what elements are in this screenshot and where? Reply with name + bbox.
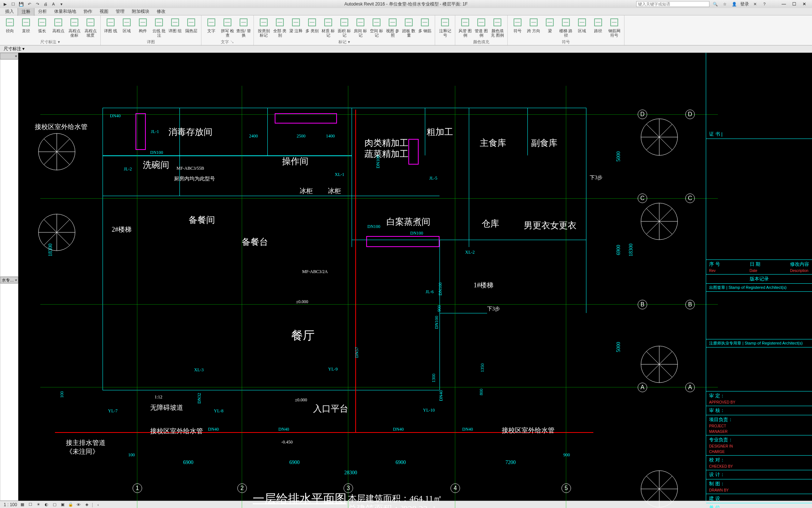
properties-panel[interactable] [0,59,18,277]
ribbon-button-label: 拼写 检查 [220,29,235,37]
component-button[interactable]: 构件 [135,16,151,39]
ribbon-group: 注释记号 [435,15,455,45]
room-label: 主食库 [480,137,506,149]
search-icon[interactable]: 🔍 [712,1,719,7]
app-menu-icon[interactable]: ▶ [1,1,9,7]
area-tag-button[interactable]: 面积 标记 [337,16,352,39]
grid-bubble-c: C [685,194,695,203]
duct-legend-button[interactable]: 风管 图例 [457,16,473,39]
color-fill-button[interactable]: 颜色填充 图例 [490,16,505,39]
open-icon[interactable]: ☐ [10,1,17,7]
stair-path-button[interactable]: 楼梯 路径 [558,16,574,39]
close-button[interactable]: ✕ [800,1,808,7]
ribbon-button-label: 多 钢筋 [418,29,431,33]
user-icon[interactable]: 👤 [731,1,738,7]
symbol-button[interactable]: 符号 [510,16,525,39]
material-tag-button[interactable]: 材质 标记 [320,16,336,39]
dimension: 2500 [297,133,305,139]
crop-icon[interactable]: ▢ [52,502,58,508]
tag-all-icon [274,17,285,28]
beam-sys-button[interactable]: 梁 [542,16,557,39]
minimize-button[interactable]: — [780,1,788,7]
tab-modify[interactable]: 修改 [153,8,169,15]
tab-massing[interactable]: 体量和场地 [51,8,80,15]
ribbon-button-label: 弧长 [38,29,46,33]
tab-addins[interactable]: 附加模块 [128,8,153,15]
detail-level-icon[interactable]: ▦ [19,502,25,508]
lock-icon[interactable]: 🔒 [68,502,74,508]
region-button[interactable]: 区域 [119,16,134,39]
tag: MF-ABC3/2A [302,269,328,275]
area-tag-icon [339,17,350,28]
qat-more-icon[interactable]: ▾ [58,1,65,7]
area-rein-button[interactable]: 区域 [574,16,590,39]
maximize-button[interactable]: ☐ [790,1,798,7]
browser-panel-header[interactable]: 水专… × [0,277,18,283]
tab-annotate[interactable]: 注释 [18,8,34,16]
tab-view[interactable]: 视图 [96,8,112,15]
linear-button[interactable]: 直径 [18,16,34,39]
spot-coord-button[interactable]: 高程点 坐标 [67,16,82,39]
spell-button[interactable]: 拼写 检查 [220,16,235,39]
shadows-icon[interactable]: ◐ [44,502,49,508]
multi-rebar-button[interactable]: 多 钢筋 [417,16,433,39]
close-icon[interactable]: × [15,278,17,282]
multi-tag-button[interactable]: 多 类别 [304,16,320,39]
ribbon-group: 文字拼写 检查查找/ 替换文字 ↘ [201,15,254,45]
tab-manage[interactable]: 管理 [112,8,128,15]
visual-style-icon[interactable]: ☐ [27,502,33,508]
login-link[interactable]: 登录 [740,1,749,7]
detail-group-button[interactable]: 详图 组 [167,16,183,39]
star-icon[interactable]: ☆ [721,1,728,7]
space-tag-button[interactable]: 空间 标记 [369,16,384,39]
tab-collaborate[interactable]: 协作 [80,8,96,15]
measure-icon[interactable]: A [50,1,57,7]
room-tag-button[interactable]: 房间 标记 [353,16,368,39]
tab-analyze[interactable]: 分析 [34,8,51,15]
tab-insert[interactable]: 插入 [1,8,18,15]
redo-icon[interactable]: ↷ [34,1,41,7]
properties-panel-header[interactable]: × [0,53,18,59]
project-browser[interactable] [0,283,18,501]
tag-category-button[interactable]: 按类别 标记 [256,16,271,39]
angular-button[interactable]: 弧长 [34,16,50,39]
save-icon[interactable]: 💾 [18,1,25,7]
text-button[interactable]: 文字 [204,16,219,39]
insulation-button[interactable]: 隔热层 [183,16,199,39]
pipe-legend-button[interactable]: 管道 图例 [474,16,489,39]
crop-visible-icon[interactable]: ▣ [60,502,66,508]
fabric-rein-button[interactable]: 钢筋网 符号 [607,16,622,39]
help-search-input[interactable] [636,1,709,7]
ribbon-group-label: 符号 [510,39,622,44]
spot-elev-button[interactable]: 高程点 [51,16,66,39]
tag-all-button[interactable]: 全部 类别 [272,16,288,39]
drawing-canvas[interactable]: D D C C B B A A 1 2 3 4 5 1 2 3 4 5 消毒存放… [18,53,812,501]
room-label: 肉类精加工 [364,137,408,149]
sun-path-icon[interactable]: ☀ [36,502,41,508]
help-icon[interactable]: ? [761,1,768,7]
keynote-icon [440,17,451,28]
spot-slope-button[interactable]: 高程点 坡度 [83,16,98,39]
tread-num-button[interactable]: 踏板 数量 [401,16,416,39]
detail-line-button[interactable]: 详图 线 [103,16,118,39]
aligned-button[interactable]: 径向 [2,16,18,39]
pipe-size: DN40 [438,390,444,401]
reveal-icon[interactable]: ◈ [84,502,90,508]
nav-left-icon[interactable]: ‹ [95,502,101,508]
temp-hide-icon[interactable]: 👁 [76,502,82,508]
close-icon[interactable]: × [15,54,17,58]
exchange-icon[interactable]: ✕ [751,1,759,7]
beam-tag-button[interactable]: 梁 注释 [288,16,304,39]
ribbon-button-label: 路径 [594,29,602,33]
span-dir-button[interactable]: 跨 方向 [526,16,541,39]
scale-value[interactable]: 1 : 100 [4,502,17,507]
print-icon[interactable]: 🖨 [42,1,49,7]
path-rein-button[interactable]: 路径 [590,16,606,39]
options-dimension-dropdown[interactable]: 尺寸标注 ▾ [4,46,25,52]
undo-icon[interactable]: ↶ [26,1,33,7]
find-button[interactable]: 查找/ 替换 [236,16,251,39]
view-ref-button[interactable]: 视图 参照 [385,16,400,39]
revision-cloud-button[interactable]: 云线 批注 [151,16,167,39]
keynote-button[interactable]: 注释记号 [437,16,453,39]
dimension: 100 [59,391,65,398]
